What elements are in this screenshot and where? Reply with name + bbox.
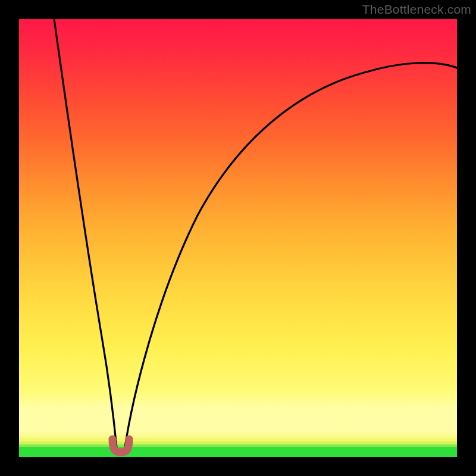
chart-frame: TheBottleneck.com xyxy=(0,0,476,476)
curve-layer xyxy=(19,19,457,457)
min-marker xyxy=(112,439,129,452)
watermark-text: TheBottleneck.com xyxy=(362,2,471,17)
left-curve xyxy=(54,19,117,447)
right-curve xyxy=(125,63,457,447)
